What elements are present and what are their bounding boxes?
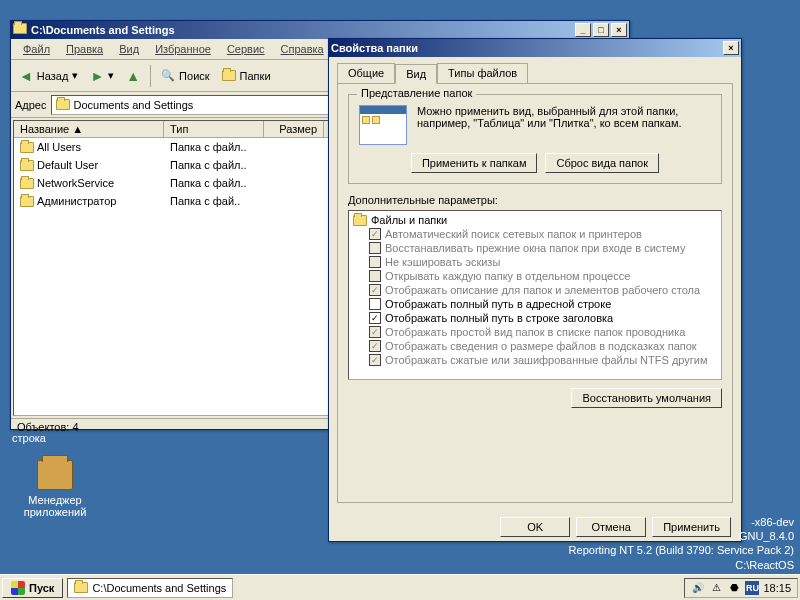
checkbox[interactable]: ✓	[369, 354, 381, 366]
menu-tools[interactable]: Сервис	[219, 41, 273, 57]
folder-options-dialog: Свойства папки × Общие Вид Типы файлов П…	[328, 38, 742, 542]
dialog-titlebar[interactable]: Свойства папки ×	[329, 39, 741, 57]
option-item[interactable]: ✓Отображать описание для папок и элемент…	[351, 283, 719, 297]
checkbox[interactable]: ✓	[369, 284, 381, 296]
folder-icon	[222, 70, 236, 81]
file-type: Папка с файл..	[164, 139, 264, 155]
checkbox[interactable]	[369, 298, 381, 310]
forward-button[interactable]: ► ▾	[86, 66, 118, 86]
forward-arrow-icon: ►	[90, 68, 104, 84]
menu-view[interactable]: Вид	[111, 41, 147, 57]
advanced-label: Дополнительные параметры:	[348, 194, 722, 206]
volume-icon[interactable]: 🔊	[691, 581, 705, 595]
folder-icon	[20, 196, 34, 207]
folder-icon	[56, 99, 70, 110]
option-item[interactable]: ✓Отображать полный путь в строке заголов…	[351, 311, 719, 325]
checkbox[interactable]: ✓	[369, 340, 381, 352]
leftover-text: строка	[12, 432, 46, 444]
close-button[interactable]: ×	[611, 23, 627, 37]
file-size	[264, 139, 324, 155]
checkbox[interactable]	[369, 270, 381, 282]
folder-icon	[353, 215, 367, 226]
explorer-titlebar[interactable]: C:\Documents and Settings _ □ ×	[11, 21, 629, 39]
folder-icon	[13, 23, 27, 37]
menu-help[interactable]: Справка	[273, 41, 332, 57]
file-type: Папка с файл..	[164, 157, 264, 173]
address-value: Documents and Settings	[74, 99, 194, 111]
option-item[interactable]: ✓Отображать простой вид папок в списке п…	[351, 325, 719, 339]
option-item[interactable]: ✓Отображать сжатые или зашифрованные фай…	[351, 353, 719, 367]
reactos-logo-icon	[11, 581, 25, 595]
minimize-button[interactable]: _	[575, 23, 591, 37]
folder-icon	[74, 582, 88, 593]
back-label: Назад	[37, 70, 69, 82]
checkbox[interactable]: ✓	[369, 326, 381, 338]
file-name: Default User	[37, 159, 98, 171]
maximize-button[interactable]: □	[593, 23, 609, 37]
search-label: Поиск	[179, 70, 209, 82]
advanced-options-list[interactable]: Файлы и папки ✓Автоматический поиск сете…	[348, 210, 722, 380]
folders-button[interactable]: Папки	[218, 68, 275, 84]
tabstrip: Общие Вид Типы файлов	[329, 57, 741, 83]
col-type[interactable]: Тип	[164, 121, 264, 137]
dialog-title: Свойства папки	[331, 42, 418, 54]
close-button[interactable]: ×	[723, 41, 739, 55]
file-name: Администратор	[37, 195, 116, 207]
start-label: Пуск	[29, 582, 54, 594]
clock[interactable]: 18:15	[763, 582, 791, 594]
search-icon: 🔍	[161, 69, 175, 82]
sysinfo-line: GNU_8.4.0	[569, 529, 794, 543]
alert-icon[interactable]: ⚠	[709, 581, 723, 595]
checkbox[interactable]: ✓	[369, 228, 381, 240]
file-name: NetworkService	[37, 177, 114, 189]
tab-general[interactable]: Общие	[337, 63, 395, 83]
up-button[interactable]: ▲	[122, 66, 144, 86]
file-size	[264, 175, 324, 191]
restore-defaults-button[interactable]: Восстановить умолчания	[571, 388, 722, 408]
option-label: Отображать описание для папок и элементо…	[385, 284, 700, 296]
checkbox[interactable]: ✓	[369, 312, 381, 324]
option-item[interactable]: Открывать каждую папку в отдельном проце…	[351, 269, 719, 283]
option-item[interactable]: ✓Автоматический поиск сетевых папок и пр…	[351, 227, 719, 241]
tab-panel-view: Представление папок Можно применить вид,…	[337, 83, 733, 503]
apply-to-folders-button[interactable]: Применить к папкам	[411, 153, 538, 173]
tab-filetypes[interactable]: Типы файлов	[437, 63, 528, 83]
option-item[interactable]: Восстанавливать прежние окна папок при в…	[351, 241, 719, 255]
system-tray: 🔊 ⚠ ⬣ RU 18:15	[684, 578, 798, 598]
app-manager-shortcut[interactable]: Менеджер приложений	[20, 460, 90, 518]
menu-favorites[interactable]: Избранное	[147, 41, 219, 57]
sort-asc-icon: ▲	[72, 123, 83, 135]
folders-label: Папки	[240, 70, 271, 82]
search-button[interactable]: 🔍 Поиск	[157, 67, 213, 84]
menu-file[interactable]: Файл	[15, 41, 58, 57]
menu-edit[interactable]: Правка	[58, 41, 111, 57]
folder-icon	[20, 160, 34, 171]
tab-view[interactable]: Вид	[395, 64, 437, 84]
language-indicator[interactable]: RU	[745, 581, 759, 595]
col-size[interactable]: Размер	[264, 121, 324, 137]
option-label: Отображать простой вид папок в списке па…	[385, 326, 685, 338]
checkbox[interactable]	[369, 256, 381, 268]
sysinfo-line: -x86-dev	[569, 515, 794, 529]
file-name: All Users	[37, 141, 81, 153]
option-label: Отображать сведения о размере файлов в п…	[385, 340, 697, 352]
folder-preview-icon	[359, 105, 407, 145]
option-label: Отображать полный путь в строке заголовк…	[385, 312, 613, 324]
tree-root-label: Файлы и папки	[371, 214, 447, 226]
reset-folders-button[interactable]: Сброс вида папок	[545, 153, 659, 173]
taskbar-item-explorer[interactable]: C:\Documents and Settings	[67, 578, 233, 598]
usb-icon[interactable]: ⬣	[727, 581, 741, 595]
option-label: Отображать сжатые или зашифрованные файл…	[385, 354, 708, 366]
start-button[interactable]: Пуск	[2, 578, 63, 598]
system-info: -x86-dev GNU_8.4.0 Reporting NT 5.2 (Bui…	[569, 515, 794, 572]
option-item[interactable]: ✓Отображать сведения о размере файлов в …	[351, 339, 719, 353]
col-name[interactable]: Название ▲	[14, 121, 164, 137]
up-arrow-icon: ▲	[126, 68, 140, 84]
option-label: Автоматический поиск сетевых папок и при…	[385, 228, 642, 240]
back-button[interactable]: ◄ Назад ▾	[15, 66, 82, 86]
option-item[interactable]: Отображать полный путь в адресной строке	[351, 297, 719, 311]
checkbox[interactable]	[369, 242, 381, 254]
taskbar: Пуск C:\Documents and Settings 🔊 ⚠ ⬣ RU …	[0, 574, 800, 600]
option-item[interactable]: Не кэшировать эскизы	[351, 255, 719, 269]
ok-button[interactable]: OK	[500, 517, 570, 537]
